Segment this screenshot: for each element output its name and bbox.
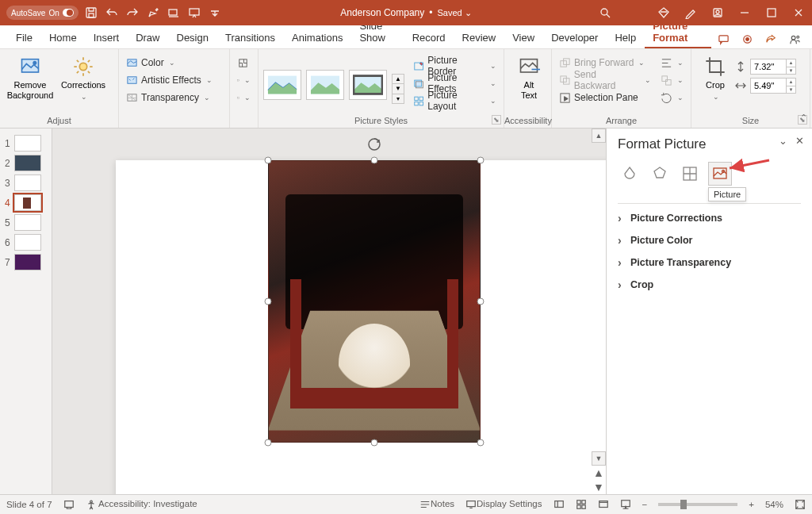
present-teams-icon[interactable]	[783, 29, 806, 48]
share-icon[interactable]	[760, 29, 782, 48]
present-icon[interactable]	[186, 5, 202, 21]
slide-thumb-5[interactable]: 5	[0, 213, 52, 232]
normal-view-icon[interactable]	[553, 499, 565, 510]
tab-transitions[interactable]: Transitions	[217, 28, 283, 48]
zoom-level[interactable]: 54%	[765, 500, 783, 509]
color-button[interactable]: Color⌄	[124, 54, 224, 71]
selection-pane-button[interactable]: Selection Pane	[557, 89, 653, 106]
prev-slide-icon[interactable]: ▲	[592, 466, 606, 480]
zoom-in-button[interactable]: +	[749, 500, 754, 509]
align-button[interactable]: ⌄	[658, 54, 686, 71]
slide-canvas[interactable]	[116, 160, 606, 494]
pen-icon[interactable]	[677, 5, 704, 21]
svg-rect-49	[576, 501, 580, 504]
ribbon-collapse-icon[interactable]: ⌃	[800, 113, 807, 123]
slide-sorter-icon[interactable]	[576, 499, 587, 510]
compress-pictures-button[interactable]	[235, 54, 253, 71]
ribbon: Remove Background Corrections⌄ Adjust Co…	[0, 49, 812, 128]
close-icon[interactable]	[785, 5, 812, 21]
size-properties-tab-icon[interactable]	[678, 162, 702, 186]
tab-file[interactable]: File	[8, 28, 40, 48]
section-picture-corrections[interactable]: Picture Corrections	[618, 207, 801, 229]
diamond-icon[interactable]	[650, 5, 677, 21]
next-slide-icon[interactable]: ▼	[592, 480, 606, 494]
transparency-button[interactable]: Transparency⌄	[124, 89, 224, 106]
section-picture-color[interactable]: Picture Color	[618, 229, 801, 251]
rotate-button[interactable]: ⌄	[658, 89, 686, 106]
maximize-icon[interactable]	[758, 5, 785, 21]
editing-icon[interactable]	[145, 5, 161, 21]
svg-rect-0	[86, 8, 96, 17]
picture-layout-button[interactable]: Picture Layout⌄	[411, 92, 499, 109]
save-icon[interactable]	[83, 5, 99, 21]
svg-point-46	[90, 501, 92, 503]
slide-thumb-6[interactable]: 6	[0, 232, 52, 252]
editor-vscroll[interactable]: ▲▼ ▲ ▼	[592, 128, 606, 494]
start-from-beginning-icon[interactable]	[166, 5, 182, 21]
svg-rect-31	[415, 102, 418, 105]
picture-styles-launcher[interactable]: ⬊	[492, 115, 501, 125]
svg-rect-1	[89, 13, 94, 17]
notes-button[interactable]: Notes	[419, 499, 454, 510]
tab-home[interactable]: Home	[41, 28, 85, 48]
crop-button[interactable]: Crop⌄	[696, 52, 734, 101]
change-picture-button[interactable]: ⌄	[235, 71, 253, 89]
tab-developer[interactable]: Developer	[543, 28, 606, 48]
accessibility-status[interactable]: Accessibility: Investigate	[86, 499, 197, 510]
tab-help[interactable]: Help	[607, 28, 644, 48]
selected-picture[interactable]	[268, 160, 481, 443]
undo-icon[interactable]	[104, 5, 120, 21]
slide-thumb-4[interactable]: 4	[0, 193, 52, 213]
slideshow-view-icon[interactable]	[620, 499, 631, 510]
remove-background-button[interactable]: Remove Background	[5, 52, 56, 101]
autosave-toggle[interactable]: AutoSave On	[6, 6, 79, 20]
reset-picture-button[interactable]: ⌄	[235, 89, 253, 106]
group-button[interactable]: ⌄	[658, 71, 686, 89]
slide-counter[interactable]: Slide 4 of 7	[6, 500, 52, 509]
slide-editor[interactable]: ▲▼ ▲ ▼	[52, 128, 606, 494]
alt-text-button[interactable]: Alt Text	[509, 52, 549, 100]
search-icon[interactable]	[592, 5, 619, 21]
svg-rect-2	[169, 10, 177, 15]
svg-rect-48	[554, 501, 563, 508]
tab-animations[interactable]: Animations	[284, 28, 350, 48]
tab-view[interactable]: View	[504, 28, 542, 48]
slide-thumb-7[interactable]: 7	[0, 252, 52, 272]
fill-line-tab-icon[interactable]	[618, 162, 642, 186]
height-input[interactable]: 7.32"▲▼	[750, 59, 796, 75]
width-input[interactable]: 5.49"▲▼	[750, 78, 796, 94]
record-button-icon[interactable]	[736, 29, 758, 48]
corrections-button[interactable]: Corrections⌄	[56, 52, 111, 101]
picture-styles-gallery[interactable]: ▲▼▾	[263, 52, 404, 109]
pane-close-icon[interactable]: ✕	[795, 135, 804, 147]
section-picture-transparency[interactable]: Picture Transparency	[618, 251, 801, 274]
pane-options-icon[interactable]: ⌄	[779, 135, 787, 147]
save-status[interactable]: Saved ⌄	[438, 8, 472, 18]
zoom-out-button[interactable]: −	[642, 500, 648, 509]
tab-draw[interactable]: Draw	[128, 28, 167, 48]
tab-record[interactable]: Record	[404, 28, 454, 48]
zoom-slider[interactable]	[658, 503, 737, 506]
picture-tab-icon[interactable]	[708, 162, 732, 186]
rotate-handle-icon[interactable]	[366, 136, 382, 155]
effects-tab-icon[interactable]	[648, 162, 672, 186]
send-backward-button[interactable]: Send Backward⌄	[557, 71, 653, 89]
slide-thumb-1[interactable]: 1	[0, 133, 52, 153]
reading-view-icon[interactable]	[598, 499, 609, 510]
minimize-icon[interactable]	[731, 5, 758, 21]
redo-icon[interactable]	[124, 5, 140, 21]
tab-review[interactable]: Review	[454, 28, 504, 48]
fit-to-window-icon[interactable]	[795, 499, 806, 510]
account-icon[interactable]	[704, 5, 731, 21]
tab-design[interactable]: Design	[169, 28, 216, 48]
comments-icon[interactable]	[712, 29, 734, 48]
qat-more-icon[interactable]	[207, 5, 223, 21]
artistic-effects-button[interactable]: Artistic Effects⌄	[124, 71, 224, 89]
section-crop[interactable]: Crop	[618, 274, 801, 296]
slide-thumb-2[interactable]: 2	[0, 153, 52, 173]
display-settings-button[interactable]: Display Settings	[465, 499, 542, 510]
gallery-scroll[interactable]: ▲▼▾	[392, 74, 404, 104]
language-icon[interactable]	[63, 499, 75, 510]
slide-thumb-3[interactable]: 3	[0, 173, 52, 193]
tab-insert[interactable]: Insert	[86, 28, 128, 48]
